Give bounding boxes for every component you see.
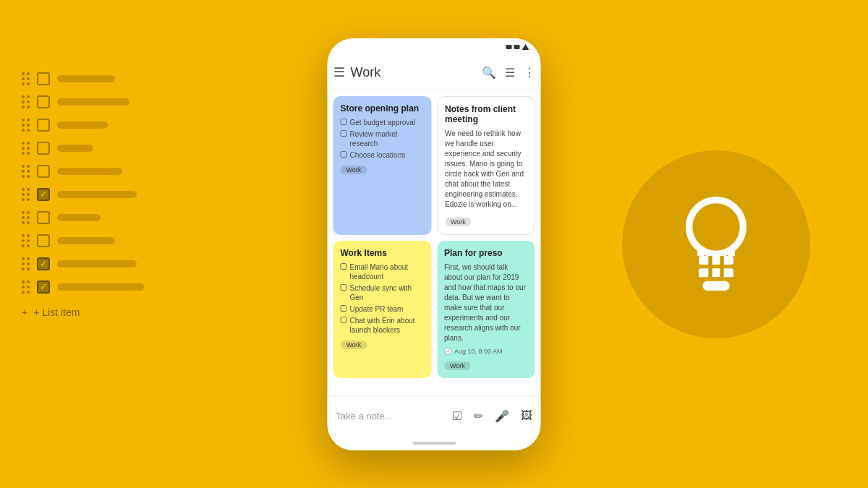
note-item-3: Choose locations xyxy=(341,150,425,160)
note-checkbox[interactable] xyxy=(341,119,347,125)
list-row-1 xyxy=(22,72,144,85)
battery-icon xyxy=(514,45,520,49)
note-work-item-1: Email Mario about headcount xyxy=(341,262,425,281)
checkbox-8[interactable] xyxy=(37,234,50,247)
list-row-6 xyxy=(22,188,144,201)
note-label-work[interactable]: Work xyxy=(341,166,367,174)
list-row-9 xyxy=(22,257,144,270)
note-store-opening[interactable]: Store opening plan Get budget approval R… xyxy=(333,96,432,235)
drag-handle xyxy=(22,211,30,224)
bar-5 xyxy=(57,168,122,175)
list-row-7 xyxy=(22,211,144,224)
bar-10 xyxy=(57,283,144,291)
bar-7 xyxy=(57,214,101,221)
hamburger-menu-icon[interactable]: ☰ xyxy=(333,64,345,80)
bar-2 xyxy=(57,98,129,106)
add-list-item-label: + List item xyxy=(33,307,80,318)
drag-handle xyxy=(22,257,30,270)
bar-6 xyxy=(57,191,137,198)
more-options-icon[interactable]: ⋮ xyxy=(524,66,535,80)
timestamp-text: Aug 10, 8:00 AM xyxy=(454,348,503,355)
signal-icon xyxy=(522,44,529,50)
note-work-item-2: Schedule sync with Gen xyxy=(341,283,425,302)
plus-icon: + xyxy=(22,307,27,318)
search-icon[interactable]: 🔍 xyxy=(482,66,496,80)
note-checkbox[interactable] xyxy=(341,130,347,137)
list-row-5 xyxy=(22,165,144,178)
drag-handle xyxy=(22,72,30,85)
drag-handle xyxy=(22,142,30,155)
drag-handle xyxy=(22,281,30,294)
take-note-placeholder[interactable]: Take a note... xyxy=(336,411,452,421)
note-work-item-4: Chat with Erin about launch blockers xyxy=(341,316,425,335)
bulb-background-circle xyxy=(622,150,810,338)
list-row-4 xyxy=(22,142,144,155)
note-body-client: We need to rethink how we handle user ex… xyxy=(445,129,527,210)
note-title-store: Store opening plan xyxy=(341,103,425,114)
checklist-icon[interactable]: ☑ xyxy=(452,409,462,423)
checkbox-9[interactable] xyxy=(37,257,50,270)
svg-rect-4 xyxy=(699,268,733,277)
svg-rect-5 xyxy=(702,281,729,290)
phone-mockup: ☰ Work 🔍 ☰ ⋮ Store opening plan Get budg… xyxy=(328,38,541,450)
note-label-work-2[interactable]: Work xyxy=(445,218,472,226)
list-row-2 xyxy=(22,95,144,108)
home-indicator xyxy=(328,436,541,450)
note-item-1: Get budget approval xyxy=(341,118,425,127)
bottom-action-icons: ☑ ✏ 🎤 🖼 xyxy=(452,409,532,423)
mic-icon[interactable]: 🎤 xyxy=(495,409,509,423)
app-header: ☰ Work 🔍 ☰ ⋮ xyxy=(328,56,541,90)
note-work-item-3: Update PR team xyxy=(341,304,425,314)
svg-rect-3 xyxy=(699,256,733,265)
bar-1 xyxy=(57,75,115,82)
checkbox-1[interactable] xyxy=(37,72,50,85)
draw-icon[interactable]: ✏ xyxy=(474,409,483,423)
checkbox-2[interactable] xyxy=(37,95,50,108)
checkbox-4[interactable] xyxy=(37,142,50,155)
phone-body: ☰ Work 🔍 ☰ ⋮ Store opening plan Get budg… xyxy=(328,38,541,450)
bar-8 xyxy=(57,237,115,244)
bar-9 xyxy=(57,260,137,267)
status-bar xyxy=(328,38,541,56)
layout-icon[interactable]: ☰ xyxy=(505,66,515,80)
note-checkbox[interactable] xyxy=(341,305,347,312)
notes-grid: Store opening plan Get budget approval R… xyxy=(328,90,541,395)
note-title-work: Work Items xyxy=(341,248,425,258)
bar-4 xyxy=(57,145,93,152)
drag-handle xyxy=(22,95,30,108)
bottom-toolbar: Take a note... ☑ ✏ 🎤 🖼 xyxy=(328,395,541,436)
bar-3 xyxy=(57,121,108,129)
app-title: Work xyxy=(351,65,476,80)
note-item-2: Review market research xyxy=(341,129,425,148)
note-title-preso: Plan for preso xyxy=(444,248,528,258)
note-checkbox[interactable] xyxy=(341,317,347,323)
checkbox-7[interactable] xyxy=(37,211,50,224)
note-body-preso: First, we should talk about our plan for… xyxy=(444,262,528,343)
drag-handle xyxy=(22,165,30,178)
note-title-client: Notes from client meeting xyxy=(445,104,527,124)
note-checkbox[interactable] xyxy=(341,263,347,270)
list-row-3 xyxy=(22,119,144,132)
note-label-work-4[interactable]: Work xyxy=(444,361,471,370)
list-row-8 xyxy=(22,234,144,247)
svg-point-0 xyxy=(689,200,744,254)
header-actions: 🔍 ☰ ⋮ xyxy=(482,66,535,80)
drag-handle xyxy=(22,119,30,132)
checkbox-10[interactable] xyxy=(37,281,50,294)
add-list-item[interactable]: + + List item xyxy=(22,307,144,318)
image-icon[interactable]: 🖼 xyxy=(521,409,532,422)
note-checkbox[interactable] xyxy=(341,151,347,158)
status-icons xyxy=(506,44,529,50)
checkbox-3[interactable] xyxy=(37,119,50,132)
list-row-10 xyxy=(22,281,144,294)
note-timestamp: 🕗 Aug 10, 8:00 AM xyxy=(444,348,528,355)
note-client-meeting[interactable]: Notes from client meeting We need to ret… xyxy=(437,96,535,235)
note-plan-preso[interactable]: Plan for preso First, we should talk abo… xyxy=(437,241,535,378)
checkbox-5[interactable] xyxy=(37,165,50,178)
home-bar xyxy=(412,442,456,445)
note-label-work-3[interactable]: Work xyxy=(341,341,367,349)
note-checkbox[interactable] xyxy=(341,284,347,291)
checkbox-6[interactable] xyxy=(37,188,50,201)
wifi-icon xyxy=(506,45,512,49)
note-work-items[interactable]: Work Items Email Mario about headcount S… xyxy=(333,241,432,378)
